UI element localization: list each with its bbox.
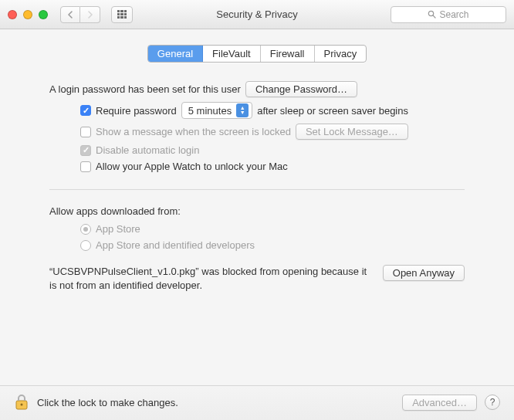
tab-firewall[interactable]: Firewall	[261, 46, 315, 62]
require-password-delay-select[interactable]: 5 minutes ▲▼	[181, 102, 252, 119]
grid-icon	[117, 10, 127, 19]
flex-spacer	[19, 292, 495, 376]
apple-watch-label: Allow your Apple Watch to unlock your Ma…	[96, 161, 288, 172]
show-all-button[interactable]	[111, 6, 133, 23]
footer: Click the lock to make changes. Advanced…	[0, 385, 514, 420]
window-controls	[8, 10, 48, 19]
radio-appstore-label: App Store	[96, 223, 140, 235]
gatekeeper-identified-row: App Store and identified developers	[80, 239, 465, 251]
blocked-app-row: “UCSBVPNPulseClient_v1.0.pkg” was blocke…	[49, 265, 465, 292]
zoom-icon[interactable]	[39, 10, 48, 19]
lock-button[interactable]	[14, 394, 29, 411]
tab-privacy[interactable]: Privacy	[315, 46, 367, 62]
advanced-button: Advanced…	[402, 395, 477, 411]
disable-auto-login-label: Disable automatic login	[96, 144, 199, 156]
nav-back-forward	[60, 6, 100, 23]
change-password-button[interactable]: Change Password…	[245, 81, 357, 97]
radio-identified	[80, 240, 91, 251]
svg-line-1	[434, 15, 436, 18]
tab-segmented-control: General FileVault Firewall Privacy	[147, 45, 367, 63]
search-placeholder: Search	[439, 9, 468, 20]
after-sleep-label: after sleep or screen saver begins	[257, 105, 408, 117]
show-message-checkbox[interactable]	[80, 127, 91, 137]
minimize-icon[interactable]	[23, 10, 32, 19]
disable-auto-login-row: Disable automatic login	[80, 144, 465, 156]
close-icon[interactable]	[8, 10, 17, 19]
back-button[interactable]	[60, 6, 80, 23]
gatekeeper-appstore-row: App Store	[80, 223, 465, 235]
chevron-updown-icon: ▲▼	[236, 103, 249, 117]
search-icon	[428, 10, 436, 19]
tabs-row: General FileVault Firewall Privacy	[19, 45, 495, 63]
svg-point-3	[21, 404, 23, 406]
radio-identified-label: App Store and identified developers	[96, 239, 255, 251]
titlebar: Security & Privacy Search	[0, 0, 514, 29]
delay-selected-value: 5 minutes	[188, 105, 232, 117]
open-anyway-button[interactable]: Open Anyway	[383, 265, 465, 281]
svg-point-0	[429, 11, 434, 15]
lock-text: Click the lock to make changes.	[37, 397, 178, 408]
gatekeeper-heading: Allow apps downloaded from:	[49, 205, 465, 217]
preferences-window: Security & Privacy Search General FileVa…	[0, 0, 514, 420]
apple-watch-row: Allow your Apple Watch to unlock your Ma…	[80, 161, 465, 172]
disable-auto-login-checkbox[interactable]	[80, 145, 91, 156]
divider	[49, 189, 465, 190]
forward-button[interactable]	[80, 6, 100, 23]
radio-appstore	[80, 224, 91, 235]
search-input[interactable]: Search	[391, 6, 506, 23]
require-password-row: Require password 5 minutes ▲▼ after slee…	[80, 102, 465, 119]
show-message-row: Show a message when the screen is locked…	[80, 124, 465, 140]
lock-icon	[14, 394, 29, 411]
show-message-label: Show a message when the screen is locked	[96, 126, 291, 137]
general-panel: A login password has been set for this u…	[19, 81, 495, 292]
tab-filevault[interactable]: FileVault	[203, 46, 261, 62]
apple-watch-checkbox[interactable]	[80, 161, 91, 172]
help-button[interactable]: ?	[485, 395, 500, 410]
require-password-checkbox[interactable]	[80, 105, 91, 116]
require-password-label: Require password	[96, 105, 177, 117]
blocked-app-message: “UCSBVPNPulseClient_v1.0.pkg” was blocke…	[49, 265, 372, 292]
set-lock-message-button: Set Lock Message…	[296, 124, 408, 140]
login-password-text: A login password has been set for this u…	[49, 83, 241, 95]
content-area: General FileVault Firewall Privacy A log…	[0, 29, 514, 385]
login-password-row: A login password has been set for this u…	[49, 81, 465, 97]
tab-general[interactable]: General	[148, 46, 203, 62]
